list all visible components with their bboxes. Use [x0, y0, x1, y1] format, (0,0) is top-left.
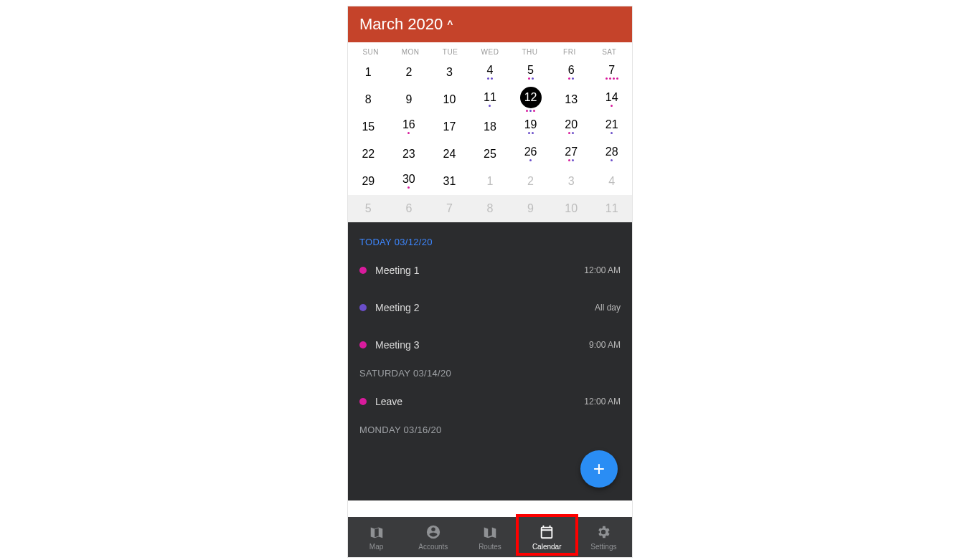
day-number: 27: [565, 146, 578, 158]
calendar-day[interactable]: 10: [551, 195, 592, 222]
day-number: 3: [446, 67, 453, 78]
calendar-day[interactable]: 6: [389, 195, 430, 222]
day-number: 29: [362, 176, 374, 187]
calendar-day[interactable]: 19: [510, 113, 551, 141]
event-color-dot: [359, 267, 367, 274]
weekday-label: THU: [510, 48, 550, 56]
agenda-event[interactable]: Meeting 2All day: [359, 289, 621, 326]
event-time: 12:00 AM: [584, 265, 621, 275]
calendar-day[interactable]: 17: [429, 113, 470, 141]
day-number: 16: [402, 119, 415, 130]
day-number: 7: [608, 65, 615, 76]
calendar-day[interactable]: 1: [348, 59, 389, 86]
event-dots: [528, 132, 534, 135]
calendar-day[interactable]: 7: [429, 195, 470, 222]
event-dots: [529, 159, 532, 162]
event-dots: [526, 110, 535, 113]
calendar-day[interactable]: 3: [551, 168, 592, 195]
bottom-tabbar: MapAccountsRoutesCalendarSettings: [348, 517, 632, 557]
agenda-event[interactable]: Meeting 112:00 AM: [359, 252, 621, 289]
month-title: March 2020: [359, 15, 443, 34]
calendar-day[interactable]: 12: [510, 86, 551, 113]
event-dots: [568, 77, 574, 80]
calendar-day[interactable]: 16: [389, 113, 430, 141]
calendar-day[interactable]: 2: [510, 168, 551, 195]
calendar-day[interactable]: 1: [470, 168, 511, 195]
tab-routes[interactable]: Routes: [461, 517, 518, 557]
event-dots: [489, 105, 491, 108]
day-number: 13: [565, 94, 578, 105]
calendar-day[interactable]: 29: [348, 168, 389, 195]
day-number: 5: [527, 65, 534, 76]
day-number: 28: [606, 146, 618, 158]
calendar-day[interactable]: 26: [510, 141, 551, 168]
event-dots: [611, 132, 613, 135]
calendar-day[interactable]: 9: [389, 86, 430, 113]
day-number: 17: [443, 121, 456, 133]
agenda-event[interactable]: Meeting 39:00 AM: [359, 326, 621, 364]
calendar-day[interactable]: 15: [348, 113, 389, 141]
calendar-day[interactable]: 22: [348, 141, 389, 168]
tab-label: Accounts: [418, 543, 448, 551]
calendar-day[interactable]: 14: [591, 86, 632, 113]
calendar-day[interactable]: 21: [591, 113, 632, 141]
event-color-dot: [359, 304, 367, 311]
day-number: 19: [524, 119, 537, 130]
event-dots: [568, 159, 574, 162]
calendar-day[interactable]: 30: [389, 168, 430, 195]
calendar-day[interactable]: 2: [389, 59, 430, 86]
calendar-day[interactable]: 24: [429, 141, 470, 168]
event-dots: [611, 159, 613, 162]
agenda-event[interactable]: Leave12:00 AM: [359, 383, 621, 420]
event-title: Meeting 3: [375, 339, 419, 351]
calendar-day[interactable]: 5: [510, 59, 551, 86]
calendar-day[interactable]: 3: [429, 59, 470, 86]
tab-map[interactable]: Map: [348, 517, 405, 557]
day-number: 9: [405, 94, 412, 105]
calendar-day[interactable]: 20: [551, 113, 592, 141]
calendar-day[interactable]: 4: [470, 59, 511, 86]
calendar-day[interactable]: 23: [389, 141, 430, 168]
calendar-day[interactable]: 9: [510, 195, 551, 222]
calendar-day[interactable]: 25: [470, 141, 511, 168]
calendar-day[interactable]: 31: [429, 168, 470, 195]
day-number: 10: [443, 94, 456, 105]
tab-settings[interactable]: Settings: [575, 517, 632, 557]
day-number: 2: [405, 67, 412, 78]
calendar-day[interactable]: 18: [470, 113, 511, 141]
add-event-button[interactable]: +: [580, 450, 618, 488]
day-number: 3: [568, 176, 575, 187]
agenda-panel[interactable]: TODAY 03/12/20Meeting 112:00 AMMeeting 2…: [348, 222, 632, 500]
weekday-header: SUNMONTUEWEDTHUFRISAT: [348, 42, 632, 59]
app-screen: March 2020 ^ SUNMONTUEWEDTHUFRISAT 12345…: [347, 6, 633, 558]
event-time: All day: [595, 303, 621, 313]
month-picker[interactable]: March 2020 ^: [348, 6, 632, 42]
calendar-day[interactable]: 8: [348, 86, 389, 113]
calendar-day[interactable]: 8: [470, 195, 511, 222]
tab-accounts[interactable]: Accounts: [405, 517, 461, 557]
day-number: 23: [402, 148, 415, 160]
event-color-dot: [359, 398, 367, 405]
calendar-day[interactable]: 10: [429, 86, 470, 113]
agenda-section-header: TODAY 03/12/20: [359, 237, 621, 247]
calendar-day[interactable]: 27: [551, 141, 592, 168]
day-number: 1: [365, 67, 372, 78]
day-number: 7: [446, 203, 453, 214]
tab-calendar[interactable]: Calendar: [519, 517, 575, 557]
calendar-day[interactable]: 11: [591, 195, 632, 222]
calendar-day[interactable]: 6: [551, 59, 592, 86]
calendar-day[interactable]: 13: [551, 86, 592, 113]
weekday-label: WED: [470, 48, 509, 56]
calendar-day[interactable]: 7: [591, 59, 632, 86]
chevron-up-icon: ^: [447, 19, 453, 30]
accounts-icon: [425, 524, 441, 541]
day-number: 8: [365, 94, 372, 105]
tab-label: Routes: [479, 543, 501, 551]
calendar-day[interactable]: 28: [591, 141, 632, 168]
event-dots: [407, 132, 410, 135]
calendar-day[interactable]: 5: [348, 195, 389, 222]
calendar-day[interactable]: 11: [470, 86, 511, 113]
event-time: 12:00 AM: [584, 397, 621, 407]
calendar-grid: 1234567891011121314151617181920212223242…: [348, 59, 632, 222]
calendar-day[interactable]: 4: [591, 168, 632, 195]
